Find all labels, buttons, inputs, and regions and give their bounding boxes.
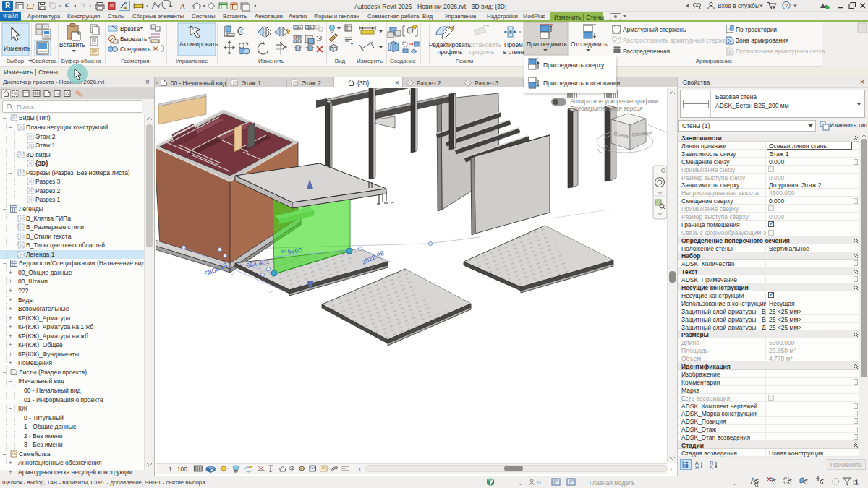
svg-text:5300: 5300 (287, 247, 302, 255)
svg-text:Восстановить: Восстановить (462, 41, 501, 48)
svg-text:Аппаратное ускорение графики: Аппаратное ускорение графики (570, 98, 658, 105)
svg-text:в стене: в стене (503, 48, 524, 56)
svg-text:Распределенная: Распределенная (623, 48, 670, 55)
svg-text:профиль: профиль (438, 48, 463, 56)
svg-text:Отсоединить: Отсоединить (571, 40, 608, 48)
svg-text:Проем: Проем (504, 41, 523, 48)
svg-text:Изменить: Изменить (4, 45, 30, 52)
svg-text:Распространить арматурный сте: Распространить арматурный стержень (623, 37, 733, 44)
svg-text:Проволочная арматурная сетка: Проволочная арматурная сетка (736, 48, 825, 55)
svg-text:A: A (179, 1, 186, 12)
svg-text:Соединить: Соединить (120, 46, 151, 53)
svg-text:А: А (710, 465, 713, 470)
svg-text:Арматурный стержень: Арматурный стержень (623, 26, 686, 33)
svg-text:?: ? (785, 2, 788, 9)
svg-text:Врезка: Врезка (120, 25, 140, 33)
svg-text:Предварительная версия: Предварительная версия (570, 105, 643, 112)
svg-text::1: :1 (853, 479, 859, 486)
svg-text:Вырезать: Вырезать (120, 35, 148, 43)
svg-text:Присоединить: Присоединить (527, 40, 567, 48)
svg-text:По траектории: По траектории (736, 26, 777, 33)
svg-text:Я: Я (695, 465, 699, 470)
svg-text:профиль: профиль (469, 48, 495, 56)
svg-text:Вставить: Вставить (59, 41, 85, 48)
svg-text:Зона армирования: Зона армирования (736, 37, 788, 44)
svg-text:Активировать: Активировать (179, 40, 218, 48)
svg-text::0: :0 (536, 479, 541, 486)
svg-text:Вход в службы: Вход в службы (718, 2, 760, 9)
